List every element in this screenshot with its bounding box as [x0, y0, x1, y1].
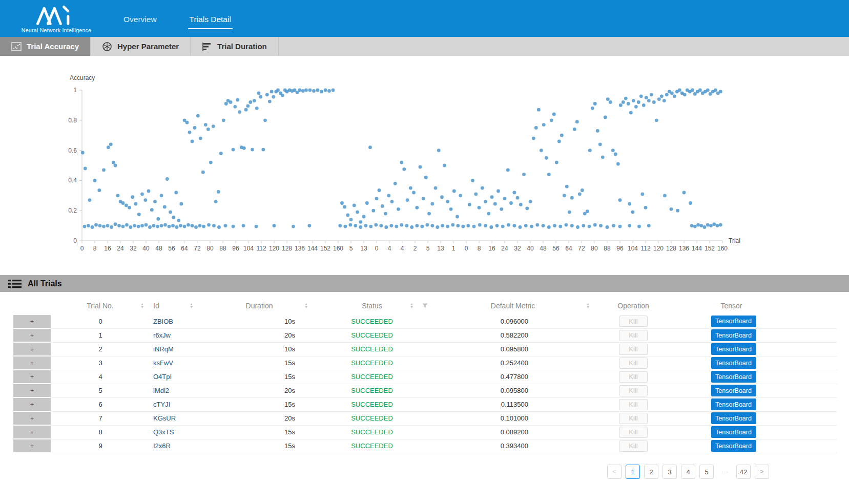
scatter-point[interactable] [419, 165, 422, 169]
scatter-point[interactable] [484, 224, 487, 227]
scatter-point[interactable] [378, 188, 381, 192]
scatter-point[interactable] [657, 97, 661, 101]
scatter-point[interactable] [160, 224, 163, 227]
pagination-page-3[interactable]: 3 [662, 465, 677, 479]
scatter-point[interactable] [405, 224, 408, 227]
scatter-point[interactable] [202, 225, 205, 228]
scatter-point[interactable] [371, 209, 375, 213]
scatter-point[interactable] [191, 140, 194, 143]
scatter-point[interactable] [588, 225, 591, 228]
scatter-point[interactable] [644, 206, 648, 209]
scatter-point[interactable] [244, 108, 248, 112]
scatter-point[interactable] [233, 105, 237, 109]
scatter-point[interactable] [353, 204, 356, 207]
scatter-point[interactable] [487, 212, 490, 216]
scatter-point[interactable] [525, 206, 529, 210]
scatter-point[interactable] [114, 164, 117, 167]
scatter-point[interactable] [307, 224, 311, 227]
scatter-point[interactable] [593, 223, 597, 227]
kill-button[interactable]: Kill [619, 316, 648, 327]
scatter-point[interactable] [131, 195, 134, 199]
scatter-point[interactable] [665, 93, 669, 96]
scatter-point[interactable] [171, 224, 175, 227]
tab-hyper-parameter[interactable]: Hyper Parameter [91, 37, 191, 56]
scatter-point[interactable] [379, 224, 383, 227]
scatter-point[interactable] [461, 225, 465, 228]
expand-row-button[interactable]: + [13, 314, 51, 328]
scatter-point[interactable] [375, 197, 379, 200]
scatter-point[interactable] [281, 94, 284, 97]
scatter-point[interactable] [308, 89, 312, 92]
scatter-point[interactable] [689, 201, 692, 205]
scatter-point[interactable] [201, 171, 205, 174]
scatter-point[interactable] [168, 225, 171, 228]
nav-overview[interactable]: Overview [122, 15, 158, 29]
pagination-page-2[interactable]: 2 [644, 465, 658, 479]
scatter-point[interactable] [598, 142, 602, 146]
scatter-point[interactable] [362, 215, 366, 219]
scatter-point[interactable] [174, 191, 178, 195]
scatter-point[interactable] [430, 224, 434, 227]
scatter-point[interactable] [530, 225, 533, 228]
scatter-point[interactable] [255, 225, 258, 228]
scatter-point[interactable] [125, 204, 128, 207]
scatter-point[interactable] [156, 217, 160, 221]
scatter-point[interactable] [618, 225, 622, 228]
scatter-point[interactable] [690, 224, 694, 227]
scatter-point[interactable] [390, 200, 394, 203]
scatter-point[interactable] [188, 131, 192, 134]
scatter-point[interactable] [107, 145, 110, 149]
scatter-point[interactable] [199, 137, 202, 140]
scatter-point[interactable] [217, 190, 220, 194]
scatter-point[interactable] [340, 201, 344, 205]
tensorboard-button[interactable]: TensorBoard [711, 440, 756, 452]
scatter-point[interactable] [640, 193, 644, 196]
scatter-point[interactable] [629, 111, 633, 115]
scatter-point[interactable] [516, 196, 520, 200]
scatter-point[interactable] [263, 118, 267, 122]
scatter-point[interactable] [670, 92, 674, 95]
scatter-point[interactable] [558, 225, 562, 228]
scatter-point[interactable] [187, 223, 190, 227]
scatter-point[interactable] [637, 100, 640, 104]
scatter-point[interactable] [501, 225, 505, 228]
scatter-point[interactable] [106, 224, 110, 227]
scatter-point[interactable] [455, 215, 459, 219]
kill-button[interactable]: Kill [619, 427, 648, 438]
scatter-point[interactable] [191, 224, 194, 227]
scatter-point[interactable] [102, 168, 106, 172]
scatter-point[interactable] [591, 107, 594, 110]
scatter-point[interactable] [394, 182, 397, 185]
scatter-point[interactable] [696, 223, 700, 227]
scatter-point[interactable] [406, 198, 409, 202]
scatter-point[interactable] [257, 92, 261, 95]
scatter-point[interactable] [384, 225, 388, 229]
scatter-point[interactable] [272, 95, 275, 99]
scatter-point[interactable] [84, 167, 87, 171]
scatter-point[interactable] [98, 224, 102, 227]
tensorboard-button[interactable]: TensorBoard [711, 371, 756, 383]
scatter-point[interactable] [565, 223, 568, 227]
scatter-point[interactable] [140, 193, 144, 196]
scatter-point[interactable] [196, 114, 200, 118]
scatter-point[interactable] [165, 177, 169, 181]
scatter-point[interactable] [588, 149, 592, 152]
expand-row-button[interactable]: + [13, 384, 51, 397]
scatter-point[interactable] [716, 224, 719, 227]
scatter-point[interactable] [519, 225, 522, 229]
scatter-point[interactable] [232, 225, 235, 228]
scatter-point[interactable] [575, 120, 579, 123]
scatter-point[interactable] [109, 142, 113, 146]
kill-button[interactable]: Kill [619, 358, 648, 369]
scatter-point[interactable] [627, 102, 630, 106]
expand-row-button[interactable]: + [13, 342, 51, 356]
scatter-point[interactable] [570, 196, 574, 200]
scatter-point[interactable] [409, 186, 412, 190]
scatter-point[interactable] [268, 100, 272, 103]
scatter-point[interactable] [324, 89, 327, 92]
scatter-point[interactable] [209, 161, 213, 164]
scatter-point[interactable] [224, 102, 228, 106]
scatter-point[interactable] [609, 100, 612, 104]
scatter-point[interactable] [489, 225, 493, 229]
scatter-point[interactable] [207, 223, 211, 227]
